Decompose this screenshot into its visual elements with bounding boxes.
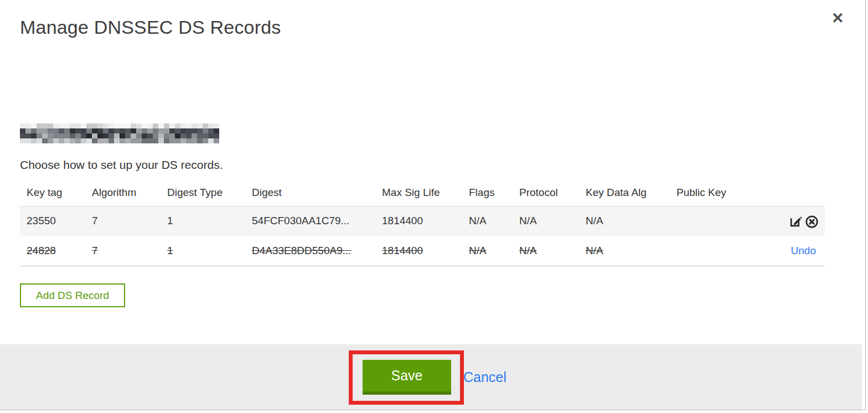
cell-max-sig-life: 1814400	[375, 206, 462, 236]
column-header-digest: Digest	[245, 183, 375, 206]
column-header-protocol: Protocol	[513, 183, 579, 206]
cell-flags: N/A	[462, 236, 513, 266]
column-header-key-tag: Key tag	[20, 183, 85, 206]
cell-digest: 54FCF030AA1C79...	[245, 206, 375, 236]
bottom-border-line	[0, 410, 866, 410]
page-title: Manage DNSSEC DS Records	[20, 17, 281, 38]
table-header-row: Key tag Algorithm Digest Type Digest Max…	[20, 183, 825, 206]
ds-records-table: Key tag Algorithm Digest Type Digest Max…	[20, 183, 825, 266]
cancel-link[interactable]: Cancel	[463, 369, 507, 385]
add-ds-record-button[interactable]: Add DS Record	[20, 283, 125, 307]
column-header-algorithm: Algorithm	[85, 183, 161, 206]
column-header-flags: Flags	[462, 183, 513, 206]
cell-algorithm: 7	[85, 206, 161, 236]
cell-digest-type: 1	[161, 206, 245, 236]
redacted-domain-name	[20, 123, 219, 143]
undo-link[interactable]: Undo	[791, 245, 819, 256]
row-actions: Undo	[779, 236, 825, 266]
edit-record-icon[interactable]	[788, 214, 803, 229]
right-border-line	[865, 0, 866, 410]
save-button[interactable]: Save	[363, 360, 451, 395]
cell-protocol: N/A	[513, 206, 579, 236]
cell-algorithm: 7	[85, 236, 161, 266]
table-row-deleted: 24828 7 1 D4A33E8DD550A9... 1814400 N/A …	[20, 236, 825, 266]
column-header-public-key: Public Key	[670, 183, 779, 206]
table-row: 23550 7 1 54FCF030AA1C79... 1814400 N/A …	[20, 206, 825, 236]
subtitle-text: Choose how to set up your DS records.	[20, 158, 223, 172]
cell-key-tag: 23550	[20, 206, 85, 236]
column-header-digest-type: Digest Type	[161, 183, 245, 206]
cell-digest-type: 1	[161, 236, 245, 266]
cell-key-tag: 24828	[20, 236, 85, 266]
cell-key-data-alg: N/A	[579, 206, 670, 236]
cell-digest: D4A33E8DD550A9...	[245, 236, 375, 266]
dnssec-modal: Manage DNSSEC DS Records ✕ Choose how to…	[0, 0, 868, 413]
cell-key-data-alg: N/A	[579, 236, 670, 266]
column-header-max-sig-life: Max Sig Life	[375, 183, 462, 206]
cell-public-key	[670, 206, 779, 236]
cell-flags: N/A	[462, 206, 513, 236]
row-actions	[779, 206, 825, 236]
cell-protocol: N/A	[513, 236, 579, 266]
delete-record-icon[interactable]	[804, 214, 819, 229]
column-header-actions	[779, 183, 825, 206]
cell-public-key	[670, 236, 779, 266]
column-header-key-data-alg: Key Data Alg	[579, 183, 670, 206]
close-icon[interactable]: ✕	[831, 11, 844, 26]
cell-max-sig-life: 1814400	[375, 236, 462, 266]
